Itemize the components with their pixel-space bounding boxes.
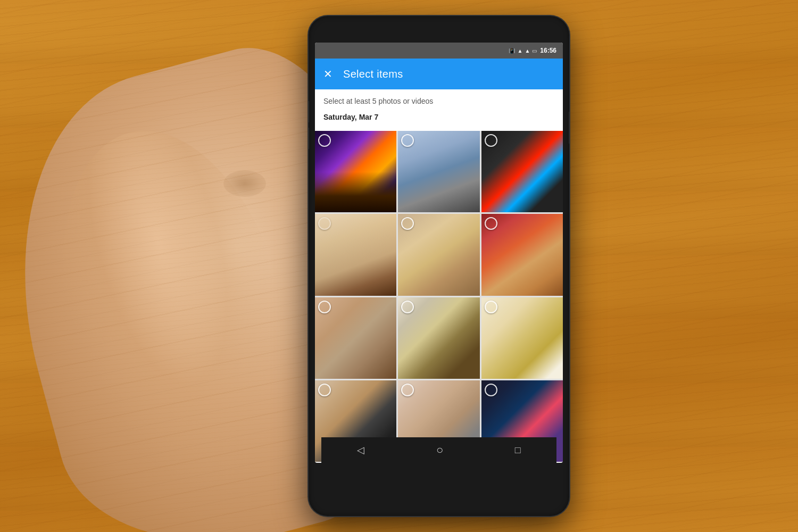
select-circle-6[interactable] [485, 217, 497, 230]
home-nav-button[interactable]: ○ [436, 443, 443, 457]
instruction-text: Select at least 5 photos or videos [323, 97, 554, 105]
volume-up-button [309, 101, 309, 122]
select-circle-2[interactable] [401, 134, 414, 147]
photo-item-5[interactable] [398, 214, 479, 295]
signal-icon: ▲ [525, 48, 530, 54]
hand-highlight [26, 105, 328, 520]
status-bar: 📳 ▲ ▲ ▭ 16:56 [315, 43, 563, 59]
recents-nav-button[interactable]: □ [515, 445, 521, 456]
battery-icon: ▭ [532, 48, 537, 54]
photo-item-3[interactable] [481, 131, 563, 212]
photo-item-6[interactable] [481, 214, 563, 295]
select-circle-4[interactable] [318, 217, 331, 230]
power-button [569, 112, 569, 144]
vibrate-icon: 📳 [509, 48, 515, 54]
status-icons: 📳 ▲ ▲ ▭ [509, 48, 537, 54]
close-button[interactable]: ✕ [323, 69, 332, 79]
volume-down-button [309, 128, 309, 149]
photo-item-4[interactable] [315, 214, 396, 295]
app-content: Select at least 5 photos or videos Satur… [315, 89, 563, 131]
photo-item-7[interactable] [315, 297, 396, 379]
select-circle-12[interactable] [485, 384, 497, 396]
photo-grid [315, 131, 563, 462]
select-circle-5[interactable] [401, 217, 414, 230]
header-title: Select items [343, 68, 403, 80]
select-circle-11[interactable] [401, 384, 414, 396]
photo-item-8[interactable] [398, 297, 479, 379]
date-label: Saturday, Mar 7 [323, 113, 554, 121]
photo-item-9[interactable] [481, 297, 563, 379]
nav-bar: ◁ ○ □ [321, 437, 556, 463]
phone-device: 📳 ▲ ▲ ▭ 16:56 ✕ Select items Select at l… [309, 16, 569, 516]
select-circle-1[interactable] [318, 134, 331, 147]
select-circle-3[interactable] [485, 134, 497, 147]
phone-screen: 📳 ▲ ▲ ▭ 16:56 ✕ Select items Select at l… [315, 43, 563, 463]
wifi-icon: ▲ [517, 48, 522, 54]
back-nav-button[interactable]: ◁ [357, 444, 364, 456]
select-circle-10[interactable] [318, 384, 331, 396]
app-header: ✕ Select items [315, 59, 563, 89]
photo-item-1[interactable] [315, 131, 396, 212]
select-circle-7[interactable] [318, 301, 331, 313]
status-time: 16:56 [540, 47, 556, 54]
select-circle-8[interactable] [401, 301, 414, 313]
photo-item-2[interactable] [398, 131, 479, 212]
wood-knot [223, 170, 266, 197]
select-circle-9[interactable] [485, 301, 497, 313]
